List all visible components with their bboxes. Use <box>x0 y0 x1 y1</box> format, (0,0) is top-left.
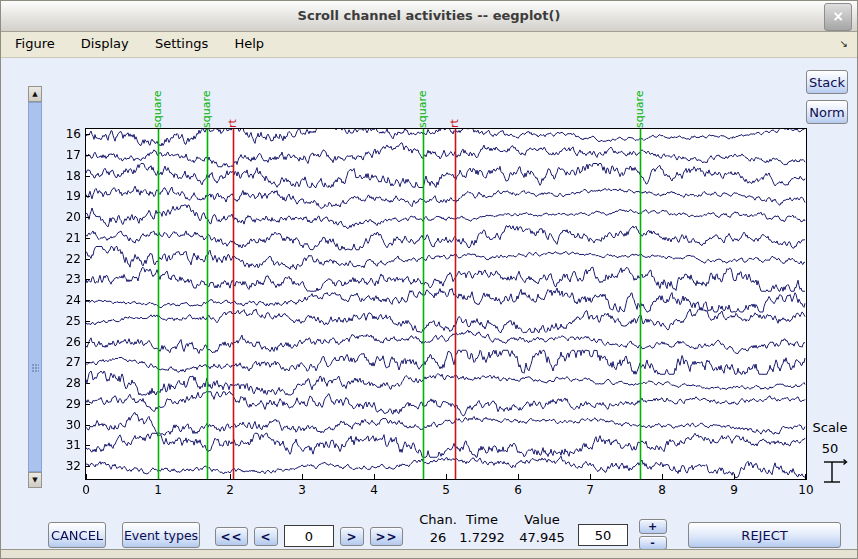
event-label-square-5: square <box>633 84 647 128</box>
x-tick-label-10: 10 <box>793 483 819 497</box>
scale-label: Scale <box>806 420 854 435</box>
scroll-up-icon[interactable]: ▲ <box>28 86 42 102</box>
x-tick-label-1: 1 <box>145 483 171 497</box>
event-label-rt-4: rt <box>448 84 462 128</box>
time-label: Time <box>457 512 507 527</box>
window-title: Scroll channel activities -- eegplot() <box>1 1 857 31</box>
event-label-square-0: square <box>151 84 165 128</box>
channel-label-18: 18 <box>57 169 81 183</box>
menu-figure[interactable]: Figure <box>4 32 66 57</box>
value-label: Value <box>512 512 572 527</box>
x-tick-label-4: 4 <box>361 483 387 497</box>
x-tick-label-7: 7 <box>577 483 603 497</box>
x-tick-label-6: 6 <box>505 483 531 497</box>
stack-button[interactable]: Stack <box>806 70 848 94</box>
menu-overflow-icon[interactable]: ↘ <box>840 38 848 49</box>
event-label-square-1: square <box>200 84 214 128</box>
fast-forward-button[interactable]: >> <box>370 527 403 546</box>
cancel-button[interactable]: CANCEL <box>48 522 106 548</box>
channel-label-19: 19 <box>57 189 81 203</box>
value-readout: 47.945 <box>512 530 572 545</box>
window-bottom-frame <box>1 549 857 559</box>
channel-label-31: 31 <box>57 438 81 452</box>
channel-label-28: 28 <box>57 376 81 390</box>
eegplot-window: Scroll channel activities -- eegplot() ×… <box>0 0 858 559</box>
scale-input[interactable] <box>578 524 628 546</box>
scale-value: 50 <box>806 441 854 456</box>
menu-help[interactable]: Help <box>223 32 275 57</box>
x-tick-label-2: 2 <box>217 483 243 497</box>
channel-label-17: 17 <box>57 148 81 162</box>
x-tick-label-3: 3 <box>289 483 315 497</box>
eeg-plot-area[interactable] <box>85 128 807 480</box>
event-label-rt-2: rt <box>226 84 240 128</box>
scale-increase-button[interactable]: + <box>639 519 667 534</box>
vertical-scrollbar[interactable]: ▲ ▼ <box>28 86 42 488</box>
channel-label-27: 27 <box>57 355 81 369</box>
channel-label-29: 29 <box>57 397 81 411</box>
back-button[interactable]: < <box>254 527 278 546</box>
title-bar[interactable]: Scroll channel activities -- eegplot() × <box>1 1 857 32</box>
channel-label-32: 32 <box>57 459 81 473</box>
scale-decrease-button[interactable]: - <box>639 536 667 550</box>
channel-label-25: 25 <box>57 314 81 328</box>
scrollbar-grip <box>32 364 39 373</box>
x-tick-label-8: 8 <box>649 483 675 497</box>
chan-readout: 26 <box>413 530 463 545</box>
eeg-traces-canvas[interactable] <box>86 129 806 479</box>
channel-label-30: 30 <box>57 418 81 432</box>
scale-ibeam-icon <box>821 458 849 486</box>
channel-label-21: 21 <box>57 231 81 245</box>
x-tick-label-9: 9 <box>721 483 747 497</box>
x-tick-label-0: 0 <box>73 483 99 497</box>
reject-button[interactable]: REJECT <box>688 522 841 548</box>
scroll-down-icon[interactable]: ▼ <box>28 472 42 488</box>
forward-button[interactable]: > <box>340 527 364 546</box>
channel-label-20: 20 <box>57 210 81 224</box>
position-input[interactable] <box>284 525 334 547</box>
channel-label-16: 16 <box>57 127 81 141</box>
close-icon[interactable]: × <box>824 3 852 31</box>
menu-display[interactable]: Display <box>70 32 140 57</box>
channel-label-24: 24 <box>57 293 81 307</box>
chan-label: Chan. <box>413 512 463 527</box>
x-tick-label-5: 5 <box>433 483 459 497</box>
norm-button[interactable]: Norm <box>806 100 848 124</box>
event-types-button[interactable]: Event types <box>122 522 200 548</box>
channel-label-26: 26 <box>57 335 81 349</box>
menu-settings[interactable]: Settings <box>144 32 219 57</box>
channel-label-23: 23 <box>57 272 81 286</box>
channel-label-22: 22 <box>57 252 81 266</box>
scrollbar-thumb[interactable] <box>28 102 42 472</box>
time-readout: 1.7292 <box>457 530 507 545</box>
event-label-square-3: square <box>416 84 430 128</box>
fast-back-button[interactable]: << <box>215 527 248 546</box>
menu-bar: Figure Display Settings Help ↘ <box>1 32 857 58</box>
